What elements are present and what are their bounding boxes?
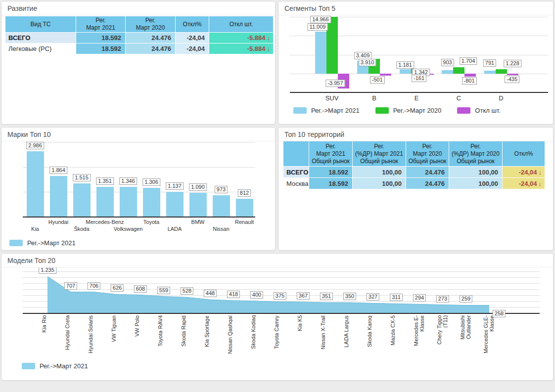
table-header-cell: Рег.Март 2020Общий рынок bbox=[406, 141, 449, 166]
value-label: 3.910 bbox=[359, 59, 376, 66]
value-label: 903 bbox=[441, 59, 454, 66]
value-label: 1.090 bbox=[189, 183, 207, 191]
legend-label: Рег.->Март 2021 bbox=[311, 107, 360, 114]
bar-2021-E[interactable] bbox=[400, 69, 411, 74]
bar-Nissan[interactable] bbox=[213, 195, 230, 217]
models-chart: 1.235Kia Rio707Hyundai Creta706Hyundai S… bbox=[1, 254, 553, 380]
bar-Hyundai[interactable] bbox=[50, 176, 67, 217]
legend-swatch bbox=[375, 107, 389, 114]
value-label: 258 bbox=[493, 310, 506, 317]
table-cell: 100,00 bbox=[353, 167, 406, 177]
bar-deviation-D[interactable] bbox=[507, 74, 518, 75]
bar-2020-C[interactable] bbox=[453, 67, 464, 74]
header-line: Откл шт. bbox=[230, 21, 253, 28]
value-label: 351 bbox=[320, 293, 333, 300]
bar-deviation-B[interactable] bbox=[380, 74, 391, 76]
x-axis-label-Škoda: Škoda bbox=[74, 226, 89, 232]
bar-Toyota[interactable] bbox=[143, 188, 160, 217]
header-line: (%ДР) Март 2020 bbox=[452, 150, 500, 158]
value-label: 311 bbox=[390, 294, 403, 301]
table-header-cell bbox=[283, 141, 309, 166]
value-label: 327 bbox=[367, 293, 379, 301]
legend-swatch bbox=[9, 240, 23, 246]
x-axis-label-D: D bbox=[499, 94, 503, 102]
value-label: 1.235 bbox=[39, 266, 56, 274]
bar-2021-SUV[interactable] bbox=[315, 32, 326, 74]
value-label: 273 bbox=[436, 295, 449, 303]
value-label: 2.986 bbox=[26, 142, 44, 149]
bar-2021-D[interactable] bbox=[484, 71, 496, 74]
value-label: -3.957 bbox=[325, 80, 345, 87]
value-label: 367 bbox=[297, 292, 310, 300]
legend-item[interactable]: Рег.->Март 2021 bbox=[22, 362, 88, 370]
legend-label: Рег.->Март 2021 bbox=[40, 362, 88, 370]
bar-2021-C[interactable] bbox=[442, 70, 453, 74]
bar-Volkswagen[interactable] bbox=[120, 187, 137, 217]
bar-2020-D[interactable] bbox=[496, 69, 507, 74]
legend: Рег.->Март 2021 bbox=[9, 239, 76, 247]
value-label: 1.351 bbox=[96, 177, 114, 185]
table-header-row: Вид ТСРег.Март 2021Рег.Март 2020Откл%Отк… bbox=[5, 16, 274, 32]
bar-LADA[interactable] bbox=[166, 192, 184, 217]
header-line: Общий рынок bbox=[457, 158, 495, 165]
header-line: Март 2021 bbox=[316, 150, 345, 158]
value-label: 706 bbox=[88, 282, 100, 290]
value-label: 1.137 bbox=[166, 182, 184, 190]
bar-BMW[interactable] bbox=[189, 193, 207, 217]
legend-label: Рег.->Март 2020 bbox=[393, 107, 442, 114]
x-axis-label-B: B bbox=[372, 94, 376, 102]
deviation-cell: -24,04↓ bbox=[503, 178, 545, 189]
legend-item[interactable]: Откл шт. bbox=[457, 107, 501, 114]
x-axis-label-Kia: Kia bbox=[31, 226, 39, 232]
legend-item[interactable]: Рег.->Март 2020 bbox=[375, 107, 442, 114]
value-label: -161 bbox=[412, 75, 426, 82]
table-row: Москва18.592100,0024.476100,00-24,04↓ bbox=[283, 178, 545, 189]
value-label: 259 bbox=[460, 295, 472, 303]
legend-item[interactable]: Рег.->Март 2021 bbox=[9, 239, 76, 247]
header-line: Откл% bbox=[183, 21, 202, 28]
x-axis-label-Hyundai Creta: Hyundai Creta bbox=[64, 315, 77, 355]
value-label: 791 bbox=[483, 59, 496, 67]
value-label: -435 bbox=[505, 76, 519, 83]
row-label: ВСЕГО bbox=[5, 33, 76, 43]
legend-swatch bbox=[293, 107, 307, 114]
x-axis-label-Hyundai: Hyundai bbox=[48, 219, 68, 225]
row-label: ВСЕГО bbox=[283, 167, 309, 177]
x-axis-label-E: E bbox=[415, 94, 419, 102]
table-cell: 24.476 bbox=[126, 33, 175, 43]
table-header-cell: Рег.Март 2021Общий рынок bbox=[309, 141, 352, 166]
bar-deviation-C[interactable] bbox=[464, 74, 476, 77]
deviation-value: -24,04 bbox=[519, 180, 537, 187]
bar-Kia[interactable] bbox=[27, 151, 44, 217]
table-header-cell: Рег.(%ДР) Март 2021Общий рынок bbox=[353, 141, 406, 166]
value-label: 1.864 bbox=[49, 167, 67, 174]
header-line: (%ДР) Март 2021 bbox=[355, 150, 403, 158]
legend-item[interactable]: Рег.->Март 2021 bbox=[293, 107, 360, 114]
table-header-cell: Вид ТС bbox=[5, 16, 76, 32]
x-axis-label-Chery Tiggo (T11): Chery Tiggo (T11) bbox=[436, 315, 449, 355]
x-axis-label-C: C bbox=[457, 94, 461, 102]
x-axis-label-Toyota Camry: Toyota Camry bbox=[274, 315, 286, 355]
table-cell: 100,00 bbox=[449, 178, 502, 189]
panel-title-development: Развитие bbox=[1, 1, 275, 15]
bar-Škoda[interactable] bbox=[73, 183, 91, 217]
deviation-cell: -24,04↓ bbox=[503, 167, 545, 177]
header-line: Рег. bbox=[470, 143, 480, 150]
panel-brands-top10: Марки Топ 10 2.986Kia1.864Hyundai1.515Šk… bbox=[1, 127, 276, 251]
bar-Mercedes-Benz[interactable] bbox=[96, 187, 114, 217]
x-axis-label-Mazda CX-5: Mazda CX-5 bbox=[390, 315, 403, 355]
header-line: Март 2021 bbox=[86, 24, 115, 32]
table-cell: 18.592 bbox=[76, 44, 125, 54]
panel-title-models: Модели Топ 20 bbox=[1, 254, 553, 267]
value-label: 528 bbox=[181, 287, 193, 295]
bar-Renault[interactable] bbox=[236, 199, 253, 217]
row-label: Легковые (PC) bbox=[5, 44, 76, 54]
value-label: 448 bbox=[204, 290, 217, 297]
bar-2020-SUV[interactable] bbox=[326, 17, 338, 74]
deviation-value: -5.884 bbox=[247, 45, 266, 52]
down-arrow-icon: ↓ bbox=[267, 45, 271, 52]
x-axis-label-Kia K5: Kia K5 bbox=[297, 315, 310, 355]
table-header-cell: Откл% bbox=[503, 141, 545, 166]
value-label: 418 bbox=[227, 291, 240, 298]
x-axis-label-Toyota: Toyota bbox=[143, 219, 159, 225]
